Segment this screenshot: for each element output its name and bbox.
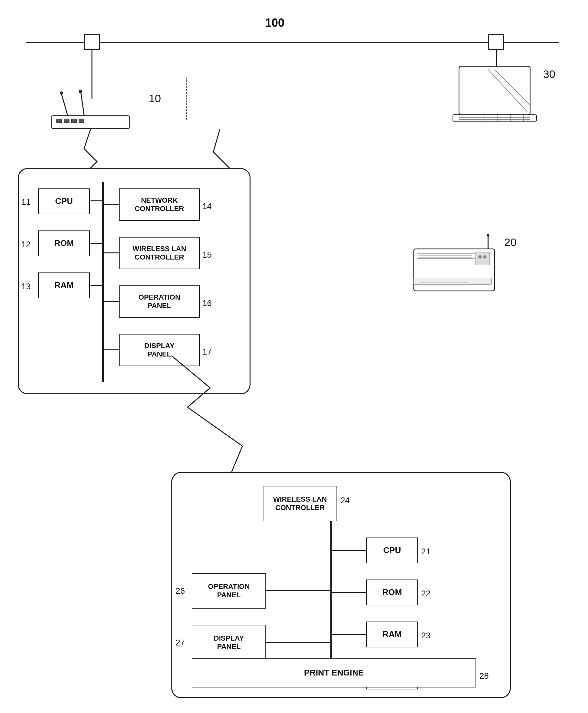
svg-rect-5 <box>57 119 62 123</box>
svg-rect-28 <box>475 252 490 265</box>
label-13: 13 <box>21 281 31 292</box>
wlanctrl-box-device1: WIRELESS LAN CONTROLLER <box>119 237 200 269</box>
router-illustration <box>42 87 145 129</box>
label-26: 26 <box>175 586 185 596</box>
label-23: 23 <box>421 631 430 641</box>
laptop-illustration <box>453 63 543 134</box>
device2-box: WIRELESS LAN CONTROLLER 24 CPU 21 ROM 22… <box>171 472 511 698</box>
svg-point-2 <box>60 91 63 95</box>
network-node-right <box>488 34 504 50</box>
label-30: 30 <box>543 68 555 81</box>
label-21: 21 <box>421 547 430 557</box>
label-10: 10 <box>149 92 161 105</box>
printengine-box-device2: PRINT ENGINE <box>192 658 476 688</box>
rom-box-device1: ROM <box>38 230 90 256</box>
label-12: 12 <box>21 239 31 250</box>
network-node-left <box>84 34 100 50</box>
label-28: 28 <box>479 671 489 681</box>
svg-rect-14 <box>453 115 537 121</box>
rom-box-device2: ROM <box>366 580 418 605</box>
svg-rect-31 <box>414 278 491 285</box>
diagram-container: 100 10 <box>0 0 588 713</box>
bus-line-device1 <box>102 182 104 382</box>
svg-rect-8 <box>79 119 84 123</box>
svg-point-29 <box>478 255 482 258</box>
cpu-box-device1: CPU <box>38 188 90 214</box>
svg-rect-7 <box>71 119 77 123</box>
cpu-box-device2: CPU <box>366 538 418 563</box>
label-24: 24 <box>340 496 350 505</box>
ram-box-device1: RAM <box>38 272 90 298</box>
wlanctrl-box-device2: WIRELESS LAN CONTROLLER <box>263 486 337 521</box>
label-22: 22 <box>421 589 430 599</box>
svg-line-1 <box>81 92 84 115</box>
dashed-signal-line <box>186 78 187 120</box>
label-27: 27 <box>175 638 185 648</box>
ram-box-device2: RAM <box>366 622 418 647</box>
svg-rect-6 <box>64 119 69 123</box>
network-line <box>26 42 559 43</box>
svg-point-3 <box>79 90 82 93</box>
svg-point-23 <box>487 234 489 236</box>
printer-illustration <box>411 233 501 297</box>
svg-rect-4 <box>52 116 129 129</box>
netctrl-box-device1: NETWORK CONTROLLER <box>119 188 200 221</box>
label-15: 15 <box>202 250 212 260</box>
label-20: 20 <box>504 236 517 249</box>
oppanel-box-device1: OPERATION PANEL <box>119 286 200 318</box>
oppanel-box-device2: OPERATION PANEL <box>192 573 266 609</box>
label-14: 14 <box>202 201 212 211</box>
arrow-device1-to-device2 <box>145 356 307 485</box>
label-11: 11 <box>21 197 31 207</box>
svg-rect-11 <box>459 66 530 115</box>
disppanel-box-device2: DISPLAY PANEL <box>192 625 266 660</box>
svg-rect-25 <box>417 254 475 258</box>
label-100: 100 <box>265 16 285 30</box>
svg-point-30 <box>483 255 486 258</box>
label-16: 16 <box>202 298 212 308</box>
svg-line-0 <box>61 94 68 117</box>
